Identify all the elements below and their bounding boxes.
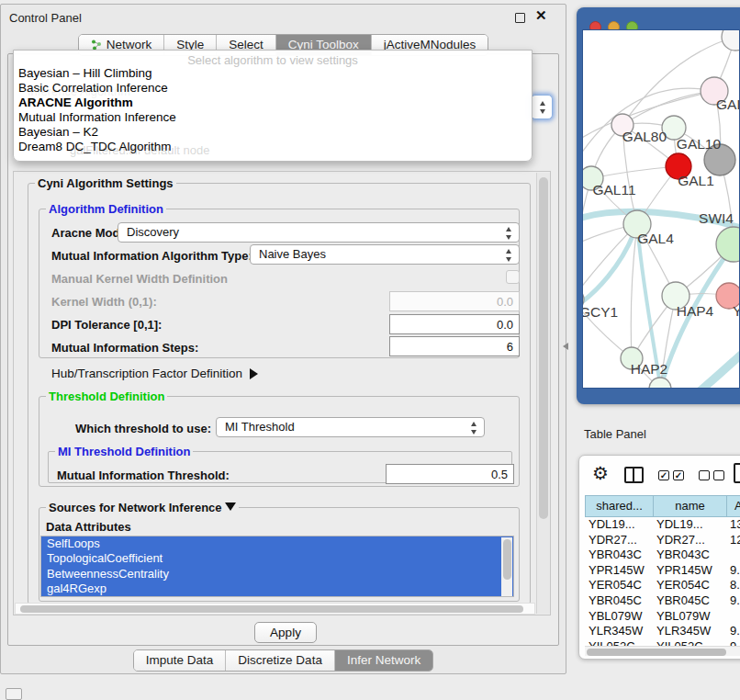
table-cell: 9. [726,593,740,609]
collapsed-panel-chip[interactable] [6,688,22,700]
mi-threshold-definition-legend: MI Threshold Definition [55,445,193,458]
column-header-name[interactable]: name [653,495,727,517]
network-edge-highlighted[interactable] [701,350,740,389]
attribute-list-scrollbar[interactable] [501,537,512,596]
inference-algorithm-combobox-edge[interactable] [531,95,553,119]
attribute-item-selfloops[interactable]: SelfLoops [41,536,513,551]
manual-kernel-width-checkbox[interactable] [506,270,520,284]
dropdown-item-bayesian-hill-climbing[interactable]: Bayesian – Hill Climbing [14,66,532,81]
checked-checkbox-icon[interactable]: ✓ [658,470,669,480]
close-window-button[interactable]: ✕ [535,7,547,24]
collapsed-arrow-icon [250,368,258,379]
bottom-tab-infer-network[interactable]: Infer Network [334,650,432,671]
sources-legend[interactable]: Sources for Network Inference [46,501,239,514]
unchecked-checkbox-icon[interactable] [713,470,724,480]
node-label-gal1: GAL1 [678,173,714,188]
table-cell: YPR145W [585,563,653,579]
table-cell: YDR27... [585,533,653,548]
stepper-icon [505,249,511,262]
table-cell: YBL079W [585,609,653,625]
network-edge-highlighted[interactable] [583,224,637,308]
dropdown-item-mutual-information-inference[interactable]: Mutual Information Inference [14,110,532,125]
bottom-tab-impute-data[interactable]: Impute Data [134,650,226,671]
table-cell: YLR345W [585,624,653,639]
float-window-button[interactable] [515,13,525,23]
node-label-hap2: HAP2 [631,361,668,377]
bottom-tab-bar: Impute DataDiscretize DataInfer Network [0,649,566,672]
hub-transcription-factor-toggle[interactable]: Hub/Transcription Factor Definition [51,367,258,380]
attribute-item-topologicalcoefficient[interactable]: TopologicalCoefficient [41,551,513,566]
stepper-icon [505,227,511,240]
table-cell: 8. [726,578,740,593]
column-header-shared-name[interactable]: shared... [585,495,654,517]
table-row[interactable]: YIL052CYIL052C9 [585,639,740,646]
tab-label: Discretize Data [238,653,322,667]
network-node-swi4[interactable] [716,227,740,262]
network-edge[interactable] [631,224,637,358]
table-row[interactable]: YBL079WYBL079W [585,609,740,625]
node-label-swi4: SWI4 [699,210,734,226]
table-row[interactable]: YDL19...YDL19...13 [585,517,740,533]
table-row[interactable]: YDR27...YDR27...12 [585,533,740,548]
network-node[interactable] [722,30,740,51]
page-icon[interactable] [734,463,740,483]
dropdown-placeholder: Select algorithm to view settings [14,51,532,66]
table-horizontal-scrollbar[interactable] [585,646,740,656]
table-cell: YBR045C [653,593,726,609]
network-graph: GALGAL80GAL10GAL1GAL11GAL4SWI4GCY1HAP4YH… [583,30,740,389]
table-panel-window: ⚙ ✓ ✓ shared... name A YDL19...YDL19...1… [578,455,740,660]
node-label-gal10: GAL10 [677,136,722,152]
which-threshold-label: Which threshold to use: [75,422,211,435]
which-threshold-combobox[interactable]: MI Threshold [216,417,485,437]
kernel-width-label: Kernel Width (0,1): [51,295,157,309]
manual-kernel-width-label: Manual Kernel Width Definition [51,272,228,286]
splitter-collapse-handle[interactable] [563,343,568,350]
table-cell: YBR043C [585,548,653,563]
mi-algorithm-type-combobox[interactable]: Naive Bayes [250,244,520,265]
mi-steps-input[interactable] [389,336,520,356]
attribute-item-betweennesscentrality[interactable]: BetweennessCentrality [41,567,513,581]
network-canvas[interactable]: GALGAL80GAL10GAL1GAL11GAL4SWI4GCY1HAP4YH… [582,29,740,389]
table-row[interactable]: YER054CYER054C8. [585,578,740,593]
table-cell: YBR043C [653,548,726,563]
kernel-width-input[interactable] [389,291,520,311]
table-cell: YLR345W [653,624,726,639]
aracne-mode-combobox[interactable]: Discovery [118,222,520,243]
network-icon [91,40,102,51]
table-cell: 9. [726,563,740,579]
obscured-inference-algorithm-label: Inference Algorithm [28,85,130,98]
checked-checkbox-icon[interactable]: ✓ [673,470,684,480]
unchecked-checkbox-icon[interactable] [699,470,710,480]
table-row[interactable]: YBR045CYBR045C9. [585,593,740,609]
algorithm-definition-legend: Algorithm Definition [46,202,166,216]
expanded-arrow-icon [225,502,236,511]
table-cell: YBR045C [585,593,653,609]
bottom-tab-discretize-data[interactable]: Discretize Data [225,650,334,671]
table-cell: 12 [726,533,740,548]
table-cell: YBL079W [653,609,726,625]
data-attributes-list[interactable]: SelfLoopsTopologicalCoefficientBetweenne… [40,536,514,597]
table-row[interactable]: YPR145WYPR145W9. [585,563,740,579]
table-cell: 13 [726,517,740,533]
column-header-clipped[interactable]: A [726,495,740,517]
table-row[interactable]: YBR043CYBR043C [585,548,740,563]
dropdown-item-bayesian-k2[interactable]: Bayesian – K2 [14,125,532,140]
table-row[interactable]: YLR345WYLR345W9. [585,624,740,639]
split-columns-icon[interactable] [624,467,644,483]
network-node[interactable] [649,378,671,389]
node-label-gcy1: GCY1 [583,304,618,320]
table-cell: YDL19... [585,517,653,533]
table-cell [726,548,740,563]
settings-horizontal-scrollbar[interactable] [15,603,535,615]
apply-button[interactable]: Apply [254,622,317,643]
node-label-hap4: HAP4 [677,303,714,319]
attribute-item-gal4rgexp[interactable]: gal4RGexp [41,581,513,596]
table-rows[interactable]: YDL19...YDL19...13YDR27...YDR27...12YBR0… [585,517,740,646]
table-cell: YDR27... [653,533,726,548]
dpi-tolerance-input[interactable] [389,314,520,334]
gear-icon[interactable]: ⚙ [592,462,609,484]
settings-vertical-scrollbar[interactable] [536,173,550,614]
mi-threshold-input[interactable] [386,464,514,484]
network-view-window[interactable]: GALGAL80GAL10GAL1GAL11GAL4SWI4GCY1HAP4YH… [577,7,740,404]
node-label-gal4: GAL4 [637,231,674,246]
